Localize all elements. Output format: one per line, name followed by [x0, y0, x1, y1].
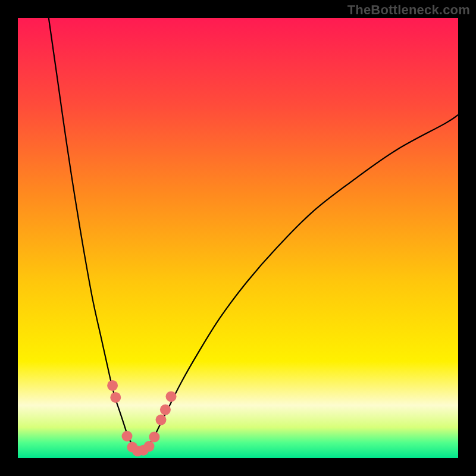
marker-point: [149, 431, 159, 442]
chart-frame: TheBottleneck.com: [0, 0, 476, 476]
marker-point: [122, 431, 133, 441]
marker-point: [107, 380, 118, 391]
marker-point: [144, 441, 155, 452]
plot-area: [18, 18, 458, 458]
gradient-background: [18, 18, 458, 458]
watermark-text: TheBottleneck.com: [347, 2, 470, 18]
marker-point: [110, 392, 121, 403]
marker-point: [156, 415, 167, 425]
chart-svg: [18, 18, 458, 458]
marker-point: [166, 391, 177, 402]
marker-point: [160, 405, 171, 415]
